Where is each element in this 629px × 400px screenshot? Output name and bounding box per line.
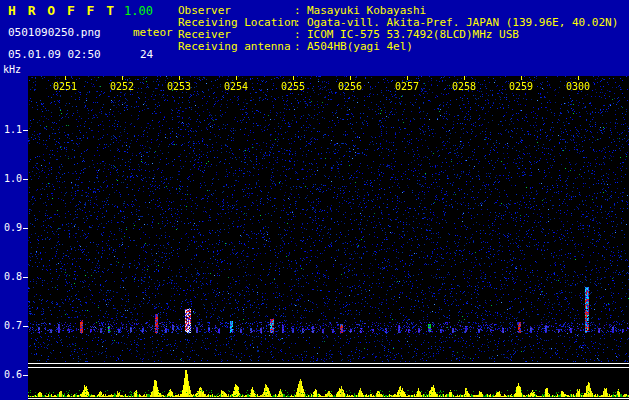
output-filename: 0501090250.png bbox=[8, 26, 101, 39]
spectrogram-plot: 0251025202530254025502560257025802590300 bbox=[28, 76, 629, 400]
time-tick-label: 0255 bbox=[279, 81, 307, 92]
app-version: 1.00 bbox=[124, 4, 153, 18]
freq-tick-label: 0.6 bbox=[0, 369, 22, 380]
station-info-label: Receiving antenna bbox=[178, 41, 294, 53]
time-tick-label: 0300 bbox=[564, 81, 592, 92]
freq-tick-label: 0.7 bbox=[0, 320, 22, 331]
time-tick-label: 0256 bbox=[336, 81, 364, 92]
time-tick-label: 0254 bbox=[222, 81, 250, 92]
freq-tick-label: 0.8 bbox=[0, 271, 22, 282]
echo-count: 24 bbox=[140, 48, 153, 61]
freq-unit-label: kHz bbox=[3, 64, 21, 75]
station-info: Observer:Masayuki KobayashiReceiving Loc… bbox=[178, 5, 618, 53]
freq-tick-label: 0.9 bbox=[0, 222, 22, 233]
spectrogram-canvas bbox=[28, 76, 629, 400]
station-info-value: A504HB(yagi 4el) bbox=[307, 40, 413, 53]
time-tick-label: 0258 bbox=[450, 81, 478, 92]
time-tick-label: 0252 bbox=[108, 81, 136, 92]
time-tick-label: 0253 bbox=[165, 81, 193, 92]
freq-tick-label: 1.1 bbox=[0, 124, 22, 135]
time-tick-label: 0259 bbox=[507, 81, 535, 92]
datetime-label: 05.01.09 02:50 bbox=[8, 48, 101, 61]
station-info-row: Receiving antenna:A504HB(yagi 4el) bbox=[178, 41, 618, 53]
time-tick-label: 0257 bbox=[393, 81, 421, 92]
hrofft-output: H R O F F T 1.00 0501090250.png meteor 0… bbox=[0, 0, 629, 400]
station-info-colon: : bbox=[294, 41, 307, 53]
app-title: H R O F F T bbox=[8, 3, 116, 18]
time-tick-label: 0251 bbox=[51, 81, 79, 92]
freq-tick-label: 1.0 bbox=[0, 173, 22, 184]
mode-label: meteor bbox=[133, 26, 173, 39]
